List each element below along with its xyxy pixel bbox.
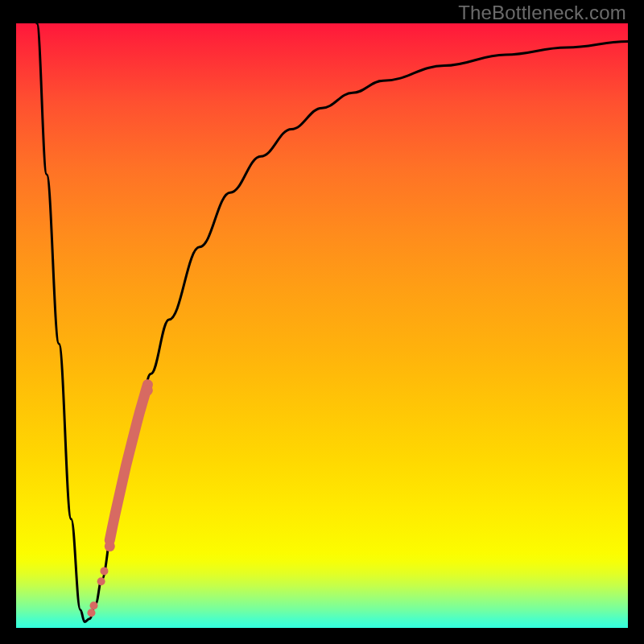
highlight-dot xyxy=(97,577,105,585)
highlight-dot xyxy=(90,601,98,609)
plot-area xyxy=(16,23,628,628)
bottleneck-curve xyxy=(16,23,628,628)
watermark-text: TheBottleneck.com xyxy=(458,2,626,24)
highlight-dot xyxy=(105,541,115,551)
curve-path xyxy=(37,23,628,621)
highlight-band xyxy=(109,385,147,540)
highlight-dot xyxy=(100,567,108,575)
chart-frame: TheBottleneck.com xyxy=(0,0,644,644)
highlight-dot xyxy=(142,385,153,395)
highlight-dot xyxy=(87,609,95,617)
